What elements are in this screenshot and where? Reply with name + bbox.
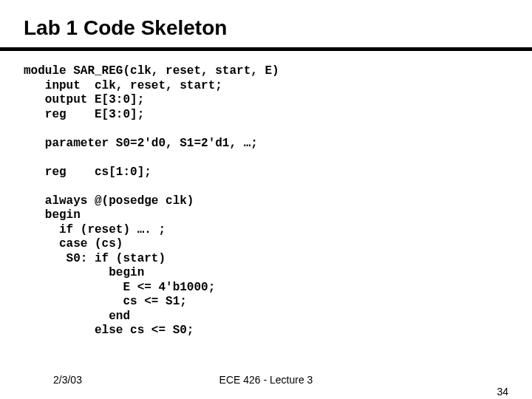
code-block: module SAR_REG(clk, reset, start, E) inp… [24,64,508,338]
title-divider [0,47,532,51]
footer-center: ECE 426 - Lecture 3 [24,374,508,386]
code-line: reg cs[1:0]; [24,166,151,179]
code-line: parameter S0=2'd0, S1=2'd1, …; [24,137,258,150]
code-line: module SAR_REG(clk, reset, start, E) [24,64,279,78]
code-line: E <= 4'b1000; [24,281,215,294]
slide: Lab 1 Code Skeleton module SAR_REG(clk, … [0,0,532,399]
code-line: cs <= S1; [24,295,187,308]
code-line: else cs <= S0; [24,324,194,337]
code-line: always @(posedge clk) [24,194,194,208]
code-line: case (cs) [24,237,123,250]
footer: 2/3/03 ECE 426 - Lecture 3 34 [0,374,532,386]
code-line: end [24,310,130,323]
code-line: output E[3:0]; [24,93,144,106]
code-line: begin [24,208,81,222]
code-line: if (reset) …. ; [24,223,166,236]
code-line: begin [24,266,144,279]
code-line: S0: if (start) [24,252,166,265]
code-line: reg E[3:0]; [24,108,144,121]
footer-date: 2/3/03 [53,374,82,386]
footer-page-number: 34 [497,386,508,398]
slide-title: Lab 1 Code Skeleton [24,16,508,40]
code-line: input clk, reset, start; [24,79,222,92]
